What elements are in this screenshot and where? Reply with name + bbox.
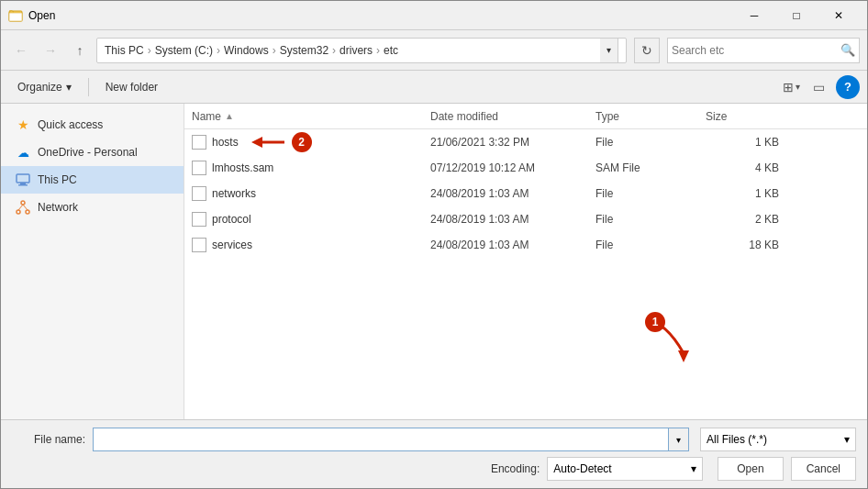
new-folder-button[interactable]: New folder	[96, 75, 167, 99]
svg-rect-3	[20, 183, 26, 184]
path-system32: System32	[280, 44, 328, 57]
file-type-services: File	[595, 239, 706, 251]
file-name-lmhosts: lmhosts.sam	[192, 161, 430, 175]
file-size-hosts: 1 KB	[706, 136, 779, 149]
sidebar: ★ Quick access ☁ OneDrive - Personal	[1, 104, 184, 419]
sidebar-label-quick-access: Quick access	[38, 118, 103, 131]
address-path[interactable]: This PC › System (C:) › Windows › System…	[96, 38, 627, 63]
file-area: Name ▲ Date modified Type Size	[184, 104, 867, 419]
encoding-select[interactable]: Auto-Detect ▾	[547, 457, 703, 481]
sidebar-item-network[interactable]: Network	[1, 194, 184, 221]
toolbar-separator	[88, 78, 89, 96]
help-button[interactable]: ?	[836, 75, 860, 99]
view-dropdown-arrow: ▾	[796, 82, 800, 92]
search-input[interactable]	[672, 44, 840, 57]
file-icon-lmhosts	[192, 161, 206, 175]
file-size-services: 18 KB	[706, 239, 779, 251]
up-button[interactable]: ↑	[67, 38, 93, 63]
path-system-c: System (C:)	[155, 44, 213, 57]
file-size-networks: 1 KB	[706, 187, 779, 200]
file-icon-networks	[192, 186, 206, 201]
file-type-networks: File	[595, 187, 706, 200]
file-row-lmhosts[interactable]: lmhosts.sam 07/12/2019 10:12 AM SAM File…	[184, 155, 867, 181]
file-icon-hosts	[192, 135, 206, 150]
close-button[interactable]: ✕	[818, 1, 860, 30]
svg-line-8	[18, 205, 23, 210]
file-name-protocol: protocol	[192, 212, 430, 227]
file-list-header: Name ▲ Date modified Type Size	[184, 104, 867, 129]
encoding-label: Encoding:	[491, 462, 540, 475]
refresh-button[interactable]: ↻	[634, 38, 660, 63]
file-date-protocol: 24/08/2019 1:03 AM	[430, 213, 595, 226]
file-icon-services	[192, 238, 206, 252]
file-name-services: services	[192, 238, 430, 252]
file-date-services: 24/08/2019 1:03 AM	[430, 239, 595, 251]
svg-rect-1	[9, 13, 22, 21]
open-button[interactable]: Open	[718, 457, 783, 481]
file-name-hosts: hosts 2	[192, 132, 430, 152]
minimize-button[interactable]: ─	[733, 1, 775, 30]
svg-line-9	[23, 205, 28, 210]
file-row-networks[interactable]: networks 24/08/2019 1:03 AM File 1 KB	[184, 181, 867, 206]
grid-view-icon: ⊞	[783, 80, 794, 94]
path-drivers: drivers	[339, 44, 373, 57]
sidebar-label-network: Network	[38, 201, 78, 214]
title-bar: Open ─ □ ✕	[1, 1, 867, 30]
file-size-protocol: 2 KB	[706, 213, 779, 226]
column-size[interactable]: Size	[706, 110, 779, 123]
dialog-icon	[8, 8, 23, 23]
sidebar-item-onedrive[interactable]: ☁ OneDrive - Personal	[1, 139, 184, 166]
sort-indicator: ▲	[225, 111, 234, 121]
path-this-pc: This PC	[105, 44, 144, 57]
view-options-button[interactable]: ⊞ ▾	[777, 75, 806, 99]
main-content: ★ Quick access ☁ OneDrive - Personal	[1, 104, 867, 419]
toolbar: Organize ▾ New folder ⊞ ▾ ▭ ?	[1, 71, 867, 104]
filename-dropdown[interactable]: ▾	[669, 428, 689, 451]
filename-input-wrap: ▾	[93, 428, 689, 451]
path-windows: Windows	[224, 44, 269, 57]
sidebar-item-this-pc[interactable]: This PC	[1, 166, 184, 194]
file-area-wrapper: Name ▲ Date modified Type Size	[184, 104, 867, 419]
file-icon-protocol	[192, 212, 206, 227]
annotation-badge-2: 2	[292, 132, 312, 152]
file-type-hosts: File	[595, 136, 706, 149]
organize-button[interactable]: Organize ▾	[8, 75, 81, 99]
path-parts: This PC › System (C:) › Windows › System…	[105, 44, 600, 57]
open-dialog: Open ─ □ ✕ ← → ↑ This PC › System (C:) ›…	[0, 0, 868, 489]
svg-marker-11	[251, 137, 262, 148]
svg-point-7	[26, 210, 29, 214]
column-type[interactable]: Type	[595, 110, 706, 123]
encoding-row: Encoding: Auto-Detect ▾ Open Cancel	[12, 457, 856, 481]
filename-input[interactable]	[93, 428, 669, 451]
preview-icon: ▭	[813, 80, 825, 94]
file-row-services[interactable]: services 24/08/2019 1:03 AM File 18 KB	[184, 232, 867, 258]
maximize-button[interactable]: □	[775, 1, 818, 30]
window-controls: ─ □ ✕	[733, 1, 860, 30]
address-dropdown-button[interactable]: ▾	[600, 38, 618, 63]
bottom-bar: File name: ▾ All Files (*.*) ▾ Encoding:…	[1, 419, 867, 488]
file-date-networks: 24/08/2019 1:03 AM	[430, 187, 595, 200]
column-date[interactable]: Date modified	[430, 110, 595, 123]
search-box[interactable]: 🔍	[667, 38, 860, 63]
search-icon[interactable]: 🔍	[840, 43, 855, 57]
file-size-lmhosts: 4 KB	[706, 161, 779, 174]
file-date-lmhosts: 07/12/2019 10:12 AM	[430, 161, 595, 174]
address-bar: ← → ↑ This PC › System (C:) › Windows › …	[1, 30, 867, 71]
svg-rect-4	[18, 184, 28, 186]
path-etc: etc	[384, 44, 398, 57]
file-row-protocol[interactable]: protocol 24/08/2019 1:03 AM File 2 KB	[184, 206, 867, 232]
computer-icon	[16, 172, 30, 187]
filename-row: File name: ▾ All Files (*.*) ▾	[12, 428, 856, 451]
sidebar-item-quick-access[interactable]: ★ Quick access	[1, 111, 184, 139]
file-row-hosts[interactable]: hosts 2 21/06/2021 3:32 PM Fil	[184, 129, 867, 155]
back-button[interactable]: ←	[8, 38, 34, 63]
column-name[interactable]: Name ▲	[192, 110, 430, 123]
forward-button[interactable]: →	[38, 38, 63, 63]
sidebar-label-this-pc: This PC	[38, 173, 77, 186]
svg-rect-2	[17, 174, 29, 183]
filetype-select[interactable]: All Files (*.*) ▾	[700, 428, 856, 451]
cancel-button[interactable]: Cancel	[791, 457, 856, 481]
svg-point-6	[17, 210, 20, 214]
filename-label: File name:	[12, 433, 85, 446]
preview-pane-button[interactable]: ▭	[807, 75, 830, 99]
